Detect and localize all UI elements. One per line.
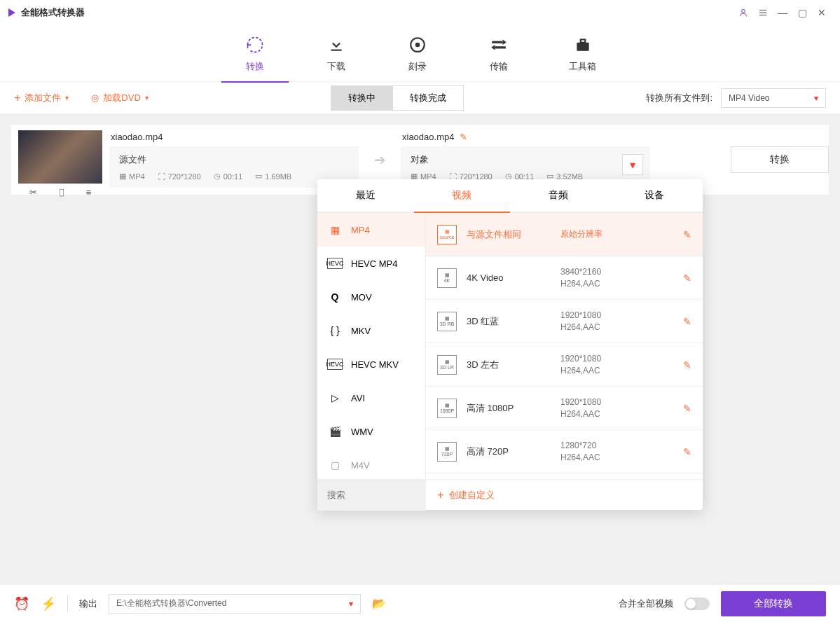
edit-preset-icon[interactable]: ✎ [683, 403, 691, 414]
search-input[interactable] [317, 480, 426, 511]
preset-4k[interactable]: ▦4K 4K Video 3840*2160H264,AAC ✎ [426, 256, 703, 300]
convert-all-label: 转换所有文件到: [646, 92, 712, 104]
preset-icon: ▦1080P [437, 399, 457, 418]
add-file-button[interactable]: + 添加文件 ▾ [14, 92, 69, 104]
nav-convert-label: 转换 [246, 60, 264, 73]
open-folder-icon[interactable]: 📂 [372, 597, 386, 610]
format-mov[interactable]: QMOV [317, 280, 425, 314]
video-thumbnail[interactable] [18, 130, 102, 184]
m4v-icon: ▢ [327, 459, 343, 471]
lightning-icon[interactable]: ⚡ [41, 596, 56, 611]
download-icon [325, 34, 347, 56]
popup-tab-audio[interactable]: 音频 [510, 179, 607, 212]
crop-icon[interactable]: ⌷ [59, 187, 64, 198]
plus-icon: + [437, 489, 443, 502]
cut-icon[interactable]: ✂ [29, 187, 37, 198]
format-avi[interactable]: ▷AVI [317, 381, 425, 415]
preset-3d-rb[interactable]: ▦3D RB 3D 红蓝 1920*1080H264,AAC ✎ [426, 300, 703, 343]
chevron-down-icon: ▾ [349, 599, 353, 609]
preset-icon: ▦source [437, 225, 457, 244]
output-path-select[interactable]: E:\全能格式转换器\Converted ▾ [109, 594, 361, 614]
format-mp4[interactable]: ▦MP4 [317, 213, 425, 247]
edit-preset-icon[interactable]: ✎ [683, 229, 691, 240]
edit-preset-icon[interactable]: ✎ [683, 316, 691, 327]
popup-tab-device[interactable]: 设备 [607, 179, 703, 212]
load-dvd-button[interactable]: ◎ 加载DVD ▾ [91, 92, 148, 104]
preset-icon: ▦4K [437, 268, 457, 288]
user-icon[interactable] [734, 3, 753, 22]
popup-tab-recent[interactable]: 最近 [317, 179, 414, 212]
create-custom-label: 创建自定义 [449, 489, 495, 502]
transfer-icon [488, 34, 510, 56]
format-select[interactable]: MP4 Video ▾ [721, 88, 826, 108]
target-title: 对象 [411, 153, 640, 166]
edit-preset-icon[interactable]: ✎ [683, 359, 691, 371]
preset-720p[interactable]: ▦720P 高清 720P 1280*720H264,AAC ✎ [426, 430, 703, 474]
app-logo [8, 8, 15, 17]
chevron-down-icon: ▾ [145, 94, 149, 102]
format-m4v[interactable]: ▢M4V [317, 448, 425, 479]
format-mkv[interactable]: { }MKV [317, 314, 425, 347]
add-file-label: 添加文件 [25, 92, 61, 104]
src-duration: ◷ 00:11 [214, 172, 243, 181]
chevron-down-icon: ▾ [65, 94, 69, 102]
adjust-icon[interactable]: ≡ [86, 187, 92, 198]
preset-list: ▦source 与源文件相同 原始分辨率 ✎ ▦4K 4K Video 3840… [426, 213, 703, 479]
format-wmv[interactable]: 🎬WMV [317, 415, 425, 448]
plus-icon: + [14, 92, 20, 104]
target-format-dropdown[interactable]: ▾ [622, 154, 643, 175]
play-circle-icon: ▷ [327, 392, 343, 403]
clapper-icon: 🎬 [327, 426, 343, 437]
svg-rect-7 [492, 41, 502, 43]
hevc-icon: HEVC [327, 359, 343, 370]
src-size: ▭ 1.69MB [255, 172, 291, 181]
close-icon[interactable]: ✕ [812, 3, 832, 22]
output-label: 输出 [79, 597, 97, 610]
preset-3d-lr[interactable]: ▦3D LR 3D 左右 1920*1080H264,AAC ✎ [426, 343, 703, 387]
svg-point-0 [742, 9, 745, 13]
preset-icon: ▦720P [437, 442, 457, 462]
quicktime-icon: Q [327, 291, 343, 303]
preset-icon: ▦3D LR [437, 355, 457, 375]
popup-tab-video[interactable]: 视频 [414, 179, 511, 212]
edit-preset-icon[interactable]: ✎ [683, 272, 691, 284]
merge-label: 合并全部视频 [619, 597, 673, 610]
nav-transfer[interactable]: 传输 [479, 28, 518, 78]
clock-icon[interactable]: ⏰ [14, 596, 29, 611]
format-popup: 最近 视频 音频 设备 ▦MP4 HEVCHEVC MP4 QMOV { }MK… [317, 179, 703, 510]
burn-icon [406, 34, 429, 56]
maximize-icon[interactable]: ▢ [792, 3, 812, 22]
tab-done[interactable]: 转换完成 [392, 85, 464, 111]
nav-convert[interactable]: 转换 [235, 28, 275, 78]
nav-download[interactable]: 下载 [317, 28, 356, 78]
load-dvd-label: 加载DVD [103, 92, 140, 104]
create-custom-button[interactable]: + 创建自定义 [426, 489, 703, 502]
svg-rect-12 [580, 39, 585, 42]
divider [67, 595, 68, 612]
edit-name-icon[interactable]: ✎ [460, 132, 467, 142]
tab-converting[interactable]: 转换中 [331, 85, 392, 111]
svg-marker-10 [491, 45, 495, 50]
disc-icon: ◎ [91, 92, 99, 103]
src-format: ▦ MP4 [119, 172, 145, 181]
nav-burn[interactable]: 刻录 [398, 28, 437, 78]
nav-burn-label: 刻录 [408, 60, 427, 73]
minimize-icon[interactable]: — [773, 3, 792, 22]
preset-same-as-source[interactable]: ▦source 与源文件相同 原始分辨率 ✎ [426, 213, 703, 256]
convert-all-button[interactable]: 全部转换 [721, 591, 826, 616]
src-resolution: ⛶ 720*1280 [158, 172, 201, 181]
merge-toggle[interactable] [684, 597, 710, 610]
nav-transfer-label: 传输 [490, 60, 508, 73]
source-file-name: xiaodao.mp4 [109, 132, 359, 142]
menu-icon[interactable] [753, 3, 773, 22]
svg-rect-11 [577, 43, 588, 51]
nav-toolbox-label: 工具箱 [569, 60, 596, 73]
convert-button[interactable]: 转换 [731, 146, 829, 173]
svg-rect-9 [495, 46, 506, 48]
nav-toolbox[interactable]: 工具箱 [560, 28, 605, 78]
edit-preset-icon[interactable]: ✎ [683, 446, 691, 457]
format-hevc-mp4[interactable]: HEVCHEVC MP4 [317, 247, 425, 280]
format-hevc-mkv[interactable]: HEVCHEVC MKV [317, 347, 425, 381]
preset-1080p[interactable]: ▦1080P 高清 1080P 1920*1080H264,AAC ✎ [426, 387, 703, 430]
nav-download-label: 下载 [327, 60, 345, 73]
